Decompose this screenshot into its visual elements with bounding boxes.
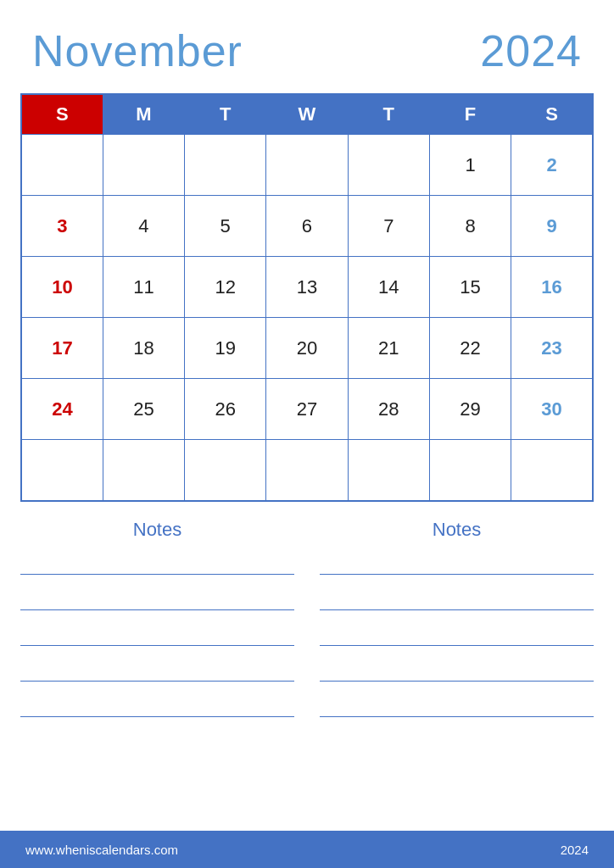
calendar-wrapper: S M T W T F S 1 2	[0, 85, 614, 502]
header: November 2024	[0, 0, 614, 85]
notes-section: Notes Notes	[0, 502, 614, 832]
calendar-table: S M T W T F S 1 2	[20, 93, 594, 502]
notes-line	[20, 592, 294, 610]
notes-left: Notes	[20, 519, 294, 823]
notes-line	[320, 698, 594, 717]
page: November 2024 S M T W T F S	[0, 0, 614, 868]
calendar-cell: 8	[429, 196, 511, 257]
header-wednesday: W	[266, 94, 348, 135]
calendar-cell	[21, 440, 103, 501]
calendar-cell: 6	[266, 196, 348, 257]
notes-line	[320, 627, 594, 646]
header-tuesday: T	[185, 94, 266, 135]
header-thursday: T	[348, 94, 429, 135]
calendar-cell: 27	[266, 379, 348, 440]
calendar-cell: 1	[429, 135, 511, 196]
calendar-cell: 23	[511, 318, 593, 379]
calendar-row: 3 4 5 6 7 8 9	[21, 196, 593, 257]
notes-line	[20, 627, 294, 646]
calendar-cell: 29	[429, 379, 511, 440]
calendar-row: 24 25 26 27 28 29 30	[21, 379, 593, 440]
calendar-cell: 22	[429, 318, 511, 379]
calendar-cell: 3	[21, 196, 103, 257]
calendar-cell: 24	[21, 379, 103, 440]
notes-right-lines	[320, 556, 594, 717]
year-title: 2024	[480, 25, 582, 76]
notes-right: Notes	[320, 519, 594, 823]
notes-line	[20, 663, 294, 682]
notes-left-title: Notes	[133, 519, 181, 541]
calendar-cell: 20	[266, 318, 348, 379]
calendar-row: 17 18 19 20 21 22 23	[21, 318, 593, 379]
calendar-cell	[21, 135, 103, 196]
calendar-cell: 4	[103, 196, 184, 257]
footer-year: 2024	[561, 843, 589, 857]
calendar-cell: 10	[21, 257, 103, 318]
calendar-cell: 12	[185, 257, 266, 318]
calendar-cell: 26	[185, 379, 266, 440]
calendar-cell: 9	[511, 196, 593, 257]
header-sunday: S	[21, 94, 103, 135]
calendar-cell: 11	[103, 257, 184, 318]
notes-left-lines	[20, 556, 294, 717]
calendar-cell	[103, 135, 184, 196]
calendar-cell: 17	[21, 318, 103, 379]
header-saturday: S	[511, 94, 593, 135]
header-monday: M	[103, 94, 184, 135]
calendar-row: 1 2	[21, 135, 593, 196]
calendar-cell	[348, 135, 429, 196]
calendar-cell: 7	[348, 196, 429, 257]
calendar-cell	[266, 135, 348, 196]
calendar-cell	[348, 440, 429, 501]
calendar-header-row: S M T W T F S	[21, 94, 593, 135]
calendar-cell: 21	[348, 318, 429, 379]
calendar-cell: 16	[511, 257, 593, 318]
calendar-cell: 2	[511, 135, 593, 196]
calendar-cell	[266, 440, 348, 501]
calendar-cell: 18	[103, 318, 184, 379]
calendar-cell: 19	[185, 318, 266, 379]
footer: www.wheniscalendars.com 2024	[0, 831, 614, 868]
calendar-cell: 28	[348, 379, 429, 440]
notes-line	[320, 592, 594, 610]
notes-line	[20, 556, 294, 575]
calendar-cell	[185, 440, 266, 501]
calendar-cell: 25	[103, 379, 184, 440]
calendar-cell: 5	[185, 196, 266, 257]
notes-line	[320, 663, 594, 682]
calendar-row	[21, 440, 593, 501]
calendar-cell: 15	[429, 257, 511, 318]
header-friday: F	[429, 94, 511, 135]
calendar-cell: 13	[266, 257, 348, 318]
calendar-cell: 14	[348, 257, 429, 318]
calendar-cell	[511, 440, 593, 501]
footer-website: www.wheniscalendars.com	[25, 843, 178, 857]
calendar-row: 10 11 12 13 14 15 16	[21, 257, 593, 318]
month-title: November	[32, 25, 243, 76]
notes-line	[20, 698, 294, 717]
calendar-cell	[103, 440, 184, 501]
notes-line	[320, 556, 594, 575]
notes-right-title: Notes	[433, 519, 481, 541]
calendar-cell	[429, 440, 511, 501]
calendar-cell	[185, 135, 266, 196]
calendar-cell: 30	[511, 379, 593, 440]
